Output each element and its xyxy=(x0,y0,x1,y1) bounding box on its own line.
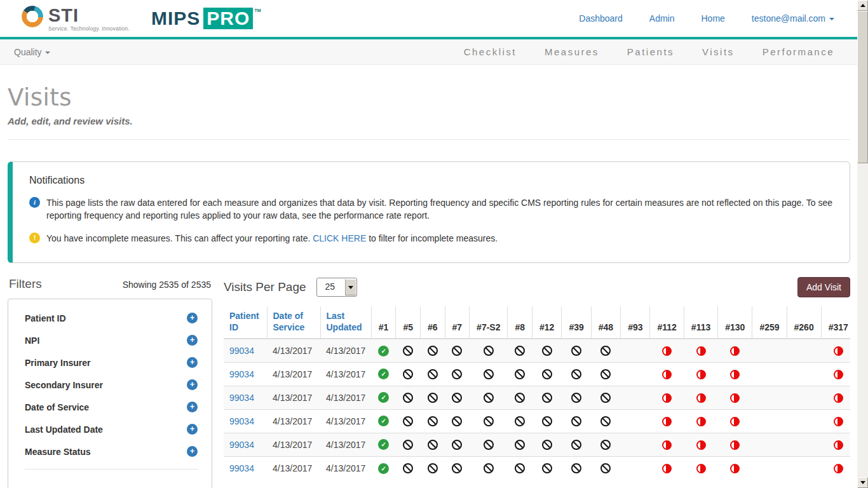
measure-status-cell-112 xyxy=(650,409,684,433)
scrollbar-thumb[interactable] xyxy=(857,11,868,163)
column-header-measure-7-s2: #7-S2 xyxy=(470,306,508,339)
patient-id-link[interactable]: 99034 xyxy=(229,416,254,426)
status-not-applicable-icon xyxy=(428,463,438,473)
measure-status-cell-93 xyxy=(621,433,650,456)
filters-column: Filters Showing 2535 of 2535 Patient ID+… xyxy=(8,277,212,488)
top-link-dashboard[interactable]: Dashboard xyxy=(579,13,623,24)
visit-row: 990344/13/20174/13/2017✓ xyxy=(224,362,850,386)
expand-plus-icon[interactable]: + xyxy=(187,335,198,346)
visits-per-page-select[interactable]: 25 xyxy=(316,278,357,297)
measure-status-cell-317 xyxy=(821,456,850,480)
measure-status-cell-130 xyxy=(718,433,752,456)
user-menu[interactable]: testone@mail.com xyxy=(752,13,834,24)
visits-per-page-label: Visits Per Page xyxy=(224,280,306,294)
column-header-patient-id[interactable]: Patient ID xyxy=(224,306,267,339)
top-link-home[interactable]: Home xyxy=(701,13,724,24)
status-not-applicable-icon xyxy=(542,346,552,356)
notifications-panel: Notifications i This page lists the raw … xyxy=(8,161,850,263)
measure-status-cell-113 xyxy=(684,456,717,480)
status-not-applicable-icon xyxy=(484,369,494,379)
status-incomplete-icon xyxy=(730,464,740,473)
tab-patients[interactable]: Patients xyxy=(627,46,674,57)
measure-status-cell-48 xyxy=(591,339,620,362)
patient-id-link[interactable]: 99034 xyxy=(229,369,254,379)
column-header-last-updated[interactable]: Last Updated xyxy=(320,306,371,339)
measure-status-cell-6 xyxy=(420,456,445,480)
measure-status-cell-317 xyxy=(821,339,850,362)
status-not-applicable-icon xyxy=(515,369,525,379)
nav-tabs: ChecklistMeasuresPatientsVisitsPerforman… xyxy=(464,46,834,57)
status-incomplete-icon xyxy=(696,393,706,403)
expand-plus-icon[interactable]: + xyxy=(187,313,198,323)
status-not-applicable-icon xyxy=(571,463,581,473)
status-not-applicable-icon xyxy=(542,440,552,450)
filter-item-patient-id[interactable]: Patient ID+ xyxy=(8,307,212,329)
expand-plus-icon[interactable]: + xyxy=(187,357,198,368)
measure-status-cell-1: ✓ xyxy=(371,362,396,386)
column-header-date-of-service[interactable]: Date of Service xyxy=(267,306,320,339)
status-complete-icon: ✓ xyxy=(378,346,389,356)
measure-status-cell-260 xyxy=(787,456,821,480)
tab-measures[interactable]: Measures xyxy=(545,46,599,57)
status-not-applicable-icon xyxy=(428,369,438,379)
patient-id-link[interactable]: 99034 xyxy=(229,440,254,450)
last-updated-cell: 4/13/2017 xyxy=(320,339,371,362)
visits-table-section: Visits Per Page 25 Add Visit Patient IDD… xyxy=(224,277,850,480)
column-header-measure-260: #260 xyxy=(787,306,821,339)
expand-plus-icon[interactable]: + xyxy=(187,424,198,435)
status-not-applicable-icon xyxy=(484,416,494,426)
measure-status-cell-8 xyxy=(508,409,532,433)
measure-status-cell-93 xyxy=(621,339,650,362)
status-not-applicable-icon xyxy=(542,416,552,426)
filter-item-secondary-insurer[interactable]: Secondary Insurer+ xyxy=(8,374,212,396)
measure-status-cell-93 xyxy=(621,362,650,386)
measure-status-cell-7 xyxy=(445,433,470,456)
warning-text-pre: You have incomplete measures. This can a… xyxy=(46,233,310,243)
quality-dropdown[interactable]: Quality xyxy=(14,47,50,57)
expand-plus-icon[interactable]: + xyxy=(187,379,198,390)
add-visit-button[interactable]: Add Visit xyxy=(797,277,850,297)
vertical-scrollbar[interactable] xyxy=(857,0,868,488)
status-incomplete-icon xyxy=(730,417,740,426)
filter-item-last-updated-date[interactable]: Last Updated Date+ xyxy=(8,418,212,440)
measure-status-cell-260 xyxy=(787,433,821,456)
click-here-link[interactable]: CLICK HERE xyxy=(313,233,366,243)
patient-id-cell: 99034 xyxy=(224,433,267,456)
measure-status-cell-6 xyxy=(420,339,445,362)
column-header-measure-7: #7 xyxy=(445,306,470,339)
tab-checklist[interactable]: Checklist xyxy=(464,46,517,57)
measure-status-cell-259 xyxy=(752,362,787,386)
status-not-applicable-icon xyxy=(571,440,581,450)
status-incomplete-icon xyxy=(696,440,706,450)
scrollbar-up-button[interactable] xyxy=(857,0,868,11)
tab-performance[interactable]: Performance xyxy=(763,46,834,57)
column-header-measure-93: #93 xyxy=(621,306,650,339)
measure-status-cell-48 xyxy=(591,386,620,409)
select-dropdown-button[interactable] xyxy=(345,279,356,295)
patient-id-link[interactable]: 99034 xyxy=(229,463,254,473)
status-not-applicable-icon xyxy=(403,440,413,450)
measure-status-cell-112 xyxy=(650,433,684,456)
info-notification: i This page lists the raw data entered f… xyxy=(29,196,834,222)
measure-status-cell-317 xyxy=(821,362,850,386)
measure-status-cell-317 xyxy=(821,409,850,433)
sti-logo-text: STI xyxy=(48,6,130,25)
column-header-measure-8: #8 xyxy=(508,306,532,339)
patient-id-link[interactable]: 99034 xyxy=(229,393,254,403)
filter-item-npi[interactable]: NPI+ xyxy=(8,329,212,351)
filter-item-date-of-service[interactable]: Date of Service+ xyxy=(8,396,212,418)
status-not-applicable-icon xyxy=(452,440,462,450)
tab-visits[interactable]: Visits xyxy=(702,46,735,57)
last-updated-cell: 4/13/2017 xyxy=(320,433,371,456)
measure-status-cell-130 xyxy=(718,386,752,409)
expand-plus-icon[interactable]: + xyxy=(187,402,198,412)
filter-item-measure-status[interactable]: Measure Status+ xyxy=(8,440,212,463)
expand-plus-icon[interactable]: + xyxy=(187,446,198,457)
status-incomplete-icon xyxy=(730,370,740,379)
patient-id-link[interactable]: 99034 xyxy=(229,346,254,356)
warning-text-post: to filter for incomplete measures. xyxy=(369,233,498,243)
filter-item-primary-insurer[interactable]: Primary Insurer+ xyxy=(8,351,212,374)
measure-status-cell-5 xyxy=(396,386,421,409)
scrollbar-down-button[interactable] xyxy=(857,477,868,488)
top-link-admin[interactable]: Admin xyxy=(649,13,675,24)
